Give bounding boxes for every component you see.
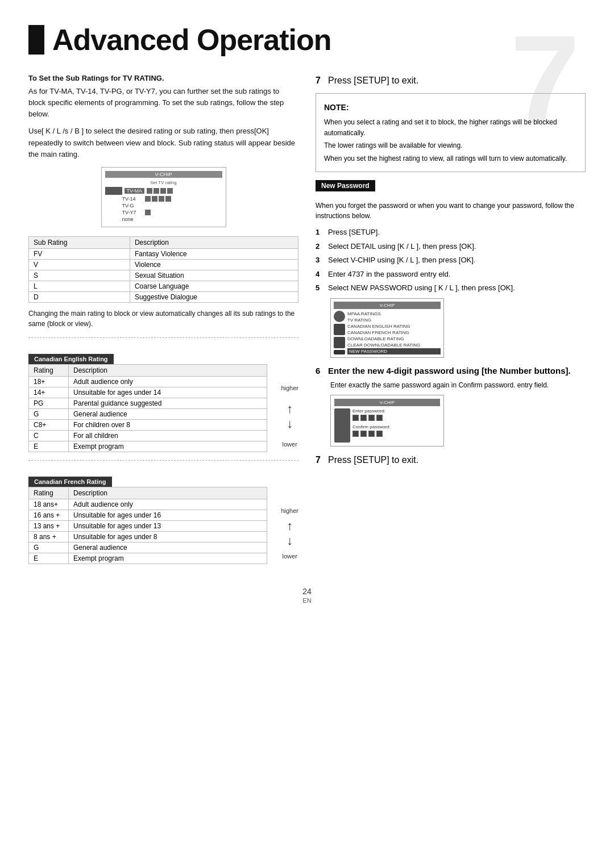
table-row: GGeneral audience — [29, 409, 267, 420]
new-password-intro: When you forget the password or when you… — [316, 201, 586, 221]
cf-col1-header: Rating — [29, 487, 69, 499]
table-row: 13 ans +Unsuitable for ages under 13 — [29, 521, 267, 532]
table-row: 8 ans +Unsuitable for ages under 8 — [29, 532, 267, 542]
vchip-sub-header: Set TV rating — [105, 180, 222, 185]
ce-rating-cell: C — [29, 431, 69, 441]
vchip-block — [145, 196, 151, 202]
cf-desc-cell: Adult audience only — [69, 499, 267, 510]
sub-rating-table: Sub Rating Description FVFantasy Violenc… — [28, 236, 298, 303]
lower-label-1: lower — [283, 441, 297, 448]
new-password-label: New Password — [316, 180, 375, 191]
ce-rating-cell: PG — [29, 398, 69, 409]
ce-desc-cell: Unsuitable for ages under 14 — [69, 387, 267, 398]
step6-block: 6 Enter the new 4-digit password using [… — [316, 365, 586, 391]
vchip-block — [152, 196, 157, 202]
table-row: C8+For children over 8 — [29, 420, 267, 431]
step2-line: 2 Select DETAIL using [K / L ], then pre… — [316, 241, 586, 252]
canadian-english-table: Rating Description 18+Adult audience onl… — [28, 364, 267, 452]
vchip-tvg: TV-G — [122, 203, 145, 208]
cf-desc-cell: Exempt program — [69, 553, 267, 564]
ce-desc-cell: General audience — [69, 409, 267, 420]
password-screen-body: Enter password: Confirm password: — [334, 408, 440, 443]
table-row: LCoarse Language — [29, 281, 298, 291]
sub-rating-note: Changing the main rating to block or vie… — [28, 308, 298, 329]
vchip-tvma: TV-MA — [125, 188, 145, 194]
canadian-english-section: Rating Description 18+Adult audience onl… — [28, 364, 298, 452]
content-area: To Set the Sub Ratings for TV RATING. As… — [28, 74, 586, 570]
vchip-block — [160, 188, 166, 194]
confirm-password-label: Confirm password: — [352, 424, 440, 429]
table-row: 14+Unsuitable for ages under 14 — [29, 387, 267, 398]
vchip-block — [147, 188, 152, 194]
ce-rating-cell: G — [29, 409, 69, 420]
note-title: NOTE: — [324, 102, 577, 114]
cf-desc-cell: Unsuitable for ages under 8 — [69, 532, 267, 542]
vchip-block — [159, 196, 164, 202]
vchip-row-1: TV-MA — [105, 187, 222, 195]
step2-text: Select DETAIL using [K / L ], then press… — [328, 241, 476, 252]
sub-desc-cell: Suggestive Dialogue — [130, 291, 298, 302]
cf-col2-header: Description — [69, 487, 267, 499]
step1-text: Press [SETUP]. — [328, 227, 380, 238]
enter-password-dots — [352, 415, 440, 421]
sub-rating-cell: D — [29, 291, 130, 302]
sub-desc-cell: Violence — [130, 259, 298, 270]
sub-desc-cell: Coarse Language — [130, 281, 298, 291]
step5-text: Select NEW PASSWORD using [ K / L ], the… — [328, 282, 515, 294]
cf-rating-cell: 18 ans+ — [29, 499, 69, 510]
page-title-bar: Advanced Operation — [28, 23, 586, 57]
vchip-screen: V-CHIP Set TV rating TV-MA TV-14 — [101, 167, 226, 227]
ce-desc-cell: For all children — [69, 431, 267, 441]
page-number: 24 — [302, 587, 312, 596]
vchip-menu-content: MPAA RATINGS TV RATING CANADIAN ENGLISH … — [334, 311, 441, 354]
table-row: CFor all children — [29, 431, 267, 441]
vchip-item-cf: CANADIAN FRENCH RATING — [347, 329, 441, 336]
step4-text: Enter 4737 in the password entry eld. — [328, 269, 450, 280]
step6-text: Enter the new 4-digit password using [th… — [328, 365, 571, 378]
ce-col2-header: Description — [69, 365, 267, 377]
cf-desc-cell: Unsuitable for ages under 16 — [69, 510, 267, 521]
sub-desc-cell: Sexual Situation — [130, 270, 298, 281]
vchip-none: none — [122, 216, 134, 222]
ce-rating-cell: E — [29, 441, 69, 452]
table-row: 18+Adult audience only — [29, 377, 267, 387]
vchip-menu-header: V-CHIP — [334, 302, 441, 309]
vchip-tv14: TV-14 — [122, 196, 145, 202]
step7b-text: Press [SETUP] to exit. — [328, 453, 418, 467]
cf-rating-cell: E — [29, 553, 69, 564]
step3-num: 3 — [316, 254, 325, 266]
vchip-row-3: TV-G — [105, 203, 222, 208]
password-screen-header: V-CHIP — [334, 399, 440, 406]
intro-text2: Use[ K / L /s / B ] to select the desire… — [28, 126, 298, 160]
vchip-item-newpw: NEW PASSWORD — [347, 348, 441, 354]
note-text1: When you select a rating and set it to b… — [324, 117, 577, 138]
en-label: EN — [302, 597, 311, 604]
intro-text1: As for TV-MA, TV-14, TV-PG, or TV-Y7, yo… — [28, 86, 298, 120]
note-box: NOTE: When you select a rating and set i… — [316, 93, 586, 172]
vchip-row-2: TV-14 — [105, 196, 222, 202]
canadian-english-tbody: 18+Adult audience only14+Unsuitable for … — [29, 377, 267, 452]
cf-rating-cell: G — [29, 542, 69, 553]
arrow-down-2: ↓ — [287, 535, 293, 547]
higher-label-2: higher — [281, 507, 298, 514]
table-row: VViolence — [29, 259, 298, 270]
intro-title: To Set the Sub Ratings for TV RATING. — [28, 74, 298, 82]
canadian-french-label: Canadian French Rating — [28, 477, 112, 487]
note-text3: When you set the highest rating to view,… — [324, 153, 577, 164]
left-column: To Set the Sub Ratings for TV RATING. As… — [28, 74, 298, 570]
step1-num: 1 — [316, 227, 325, 238]
step4-num: 4 — [316, 269, 325, 280]
sub-rating-tbody: FVFantasy ViolenceVViolenceSSexual Situa… — [29, 248, 298, 302]
note-text2: The lower ratings will be available for … — [324, 140, 577, 151]
divider-1 — [28, 337, 298, 338]
table-row: GGeneral audience — [29, 542, 267, 553]
canadian-french-tbody: 18 ans+Adult audience only16 ans +Unsuit… — [29, 499, 267, 564]
ce-col1-header: Rating — [29, 365, 69, 377]
vchip-block — [154, 188, 159, 194]
sub-rating-desc-header: Description — [130, 236, 298, 248]
vchip-header: V-CHIP — [105, 171, 222, 178]
vchip-menu-screen: V-CHIP MPAA RATINGS TV RATING CANADIAN E… — [330, 298, 444, 358]
step3-text: Select V-CHIP using [K / L ], then press… — [328, 254, 475, 266]
cf-rating-cell: 8 ans + — [29, 532, 69, 542]
canadian-english-label: Canadian English Rating — [28, 354, 114, 364]
